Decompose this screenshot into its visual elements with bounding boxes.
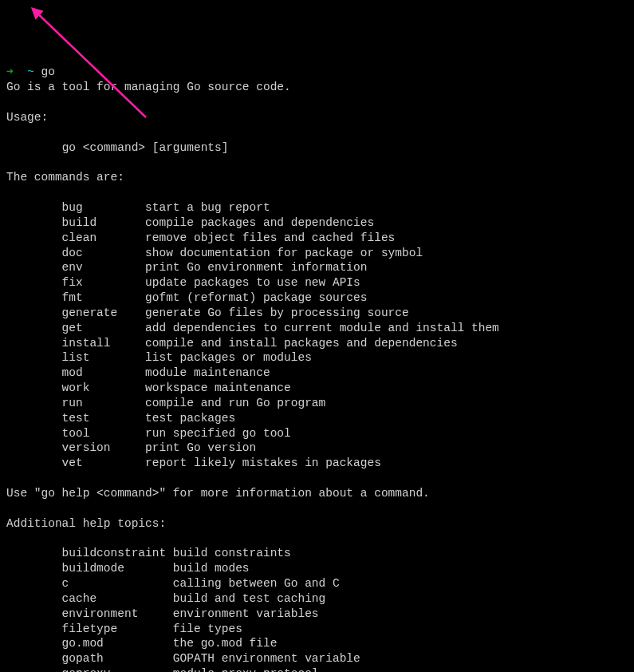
commands-list: bug start a bug report build compile pac… [6, 201, 499, 469]
usage-label: Usage: [6, 111, 48, 124]
typed-command: go [41, 65, 55, 78]
usage-line: go <command> [arguments] [62, 141, 229, 154]
commands-label: The commands are: [6, 171, 124, 184]
intro-line: Go is a tool for managing Go source code… [6, 81, 291, 93]
prompt-line: ➜ ~ go [6, 65, 55, 78]
prompt-cwd: ~ [27, 65, 34, 78]
topics-list: buildconstraint build constraints buildm… [6, 547, 409, 672]
prompt-arrow-icon: ➜ [6, 65, 14, 78]
more-info-line: Use "go help <command>" for more informa… [6, 487, 430, 500]
terminal-output[interactable]: ➜ ~ go Go is a tool for managing Go sour… [6, 65, 628, 672]
topics-label: Additional help topics: [6, 517, 166, 530]
